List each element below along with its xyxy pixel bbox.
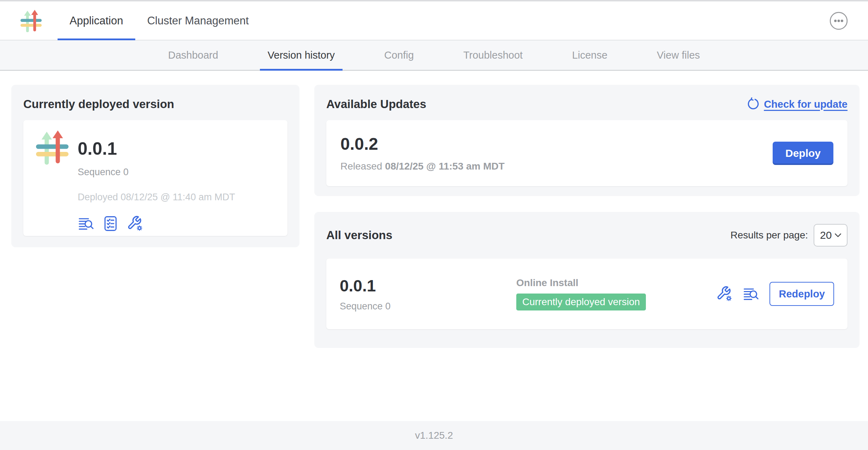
version-row-actions: Redeploy: [717, 282, 834, 306]
app-logo-icon: [36, 129, 69, 165]
currently-deployed-badge: Currently deployed version: [516, 294, 646, 310]
subnav-version-history-label: Version history: [268, 49, 335, 61]
available-updates-card: Available Updates Check for update 0.0.2…: [314, 85, 860, 196]
update-row: 0.0.2 Released08/12/25 @ 11:53 am MDT De…: [326, 120, 848, 186]
released-date: 08/12/25 @ 11:53 am MDT: [385, 161, 505, 172]
subnav-config-label: Config: [384, 49, 414, 61]
tab-application[interactable]: Application: [58, 1, 135, 40]
subnav-license-label: License: [572, 49, 607, 61]
config-wrench-icon[interactable]: [127, 215, 143, 232]
check-for-update-link[interactable]: Check for update: [746, 97, 848, 111]
results-per-page: Results per page: 20: [731, 224, 848, 247]
update-details: 0.0.2 Released08/12/25 @ 11:53 am MDT: [340, 134, 505, 172]
subnav-dashboard[interactable]: Dashboard: [168, 40, 218, 70]
app-logo: [20, 1, 42, 40]
check-for-update-label: Check for update: [764, 99, 848, 110]
console-version: v1.125.2: [415, 430, 453, 441]
deployed-sequence: Sequence 0: [78, 167, 235, 178]
chevron-down-icon: [834, 232, 842, 238]
subnav-view-files-label: View files: [657, 49, 700, 61]
subnav-troubleshoot-label: Troubleshoot: [463, 49, 523, 61]
overflow-menu-button[interactable]: [829, 11, 848, 30]
tab-cluster-management[interactable]: Cluster Management: [135, 1, 261, 40]
currently-deployed-title: Currently deployed version: [23, 97, 287, 112]
preflight-checks-icon[interactable]: [102, 215, 119, 232]
released-prefix: Released: [340, 161, 382, 172]
view-diff-icon[interactable]: [743, 286, 759, 302]
app-sub-navbar: Dashboard Version history Config Trouble…: [0, 40, 868, 71]
results-per-page-value: 20: [820, 229, 832, 241]
update-version-number: 0.0.2: [340, 134, 505, 154]
deploy-button[interactable]: Deploy: [773, 142, 833, 165]
results-per-page-select[interactable]: 20: [814, 224, 848, 247]
all-versions-card: All versions Results per page: 20 0.0.1 …: [314, 212, 860, 348]
config-wrench-icon[interactable]: [717, 286, 733, 302]
deployed-timestamp: Deployed 08/12/25 @ 11:40 am MDT: [78, 192, 235, 203]
ellipsis-circle-icon: [829, 11, 848, 30]
refresh-icon: [746, 97, 760, 111]
subnav-dashboard-label: Dashboard: [168, 49, 218, 61]
row-sequence: Sequence 0: [340, 301, 506, 312]
main-content: Currently deployed version 0.0.1 Sequenc…: [0, 71, 868, 421]
deployed-version-number: 0.0.1: [78, 138, 235, 159]
update-released-line: Released08/12/25 @ 11:53 am MDT: [340, 161, 505, 172]
deployed-version-panel: 0.0.1 Sequence 0 Deployed 08/12/25 @ 11:…: [23, 120, 287, 236]
row-version-number: 0.0.1: [340, 276, 506, 295]
deployed-version-details: 0.0.1 Sequence 0 Deployed 08/12/25 @ 11:…: [78, 129, 235, 227]
tab-cluster-management-label: Cluster Management: [147, 14, 249, 27]
version-row-status: Online Install Currently deployed versio…: [516, 277, 646, 310]
subnav-version-history[interactable]: Version history: [268, 40, 335, 70]
subnav-license[interactable]: License: [572, 40, 607, 70]
view-diff-icon[interactable]: [78, 215, 94, 232]
currently-deployed-card: Currently deployed version 0.0.1 Sequenc…: [11, 85, 299, 247]
page-footer: v1.125.2: [0, 421, 868, 450]
deployed-actions: [78, 215, 235, 232]
version-row: 0.0.1 Sequence 0 Online Install Currentl…: [326, 259, 848, 329]
results-per-page-label: Results per page:: [731, 230, 808, 241]
top-navbar: Application Cluster Management: [0, 1, 868, 40]
version-row-details: 0.0.1 Sequence 0: [340, 276, 506, 312]
subnav-troubleshoot[interactable]: Troubleshoot: [463, 40, 523, 70]
tab-application-label: Application: [70, 14, 123, 27]
install-type-label: Online Install: [516, 277, 646, 289]
available-updates-title: Available Updates: [326, 97, 426, 112]
all-versions-title: All versions: [326, 228, 392, 243]
app-logo-icon: [20, 8, 42, 34]
subnav-config[interactable]: Config: [384, 40, 414, 70]
subnav-view-files[interactable]: View files: [657, 40, 700, 70]
redeploy-button[interactable]: Redeploy: [769, 282, 834, 306]
